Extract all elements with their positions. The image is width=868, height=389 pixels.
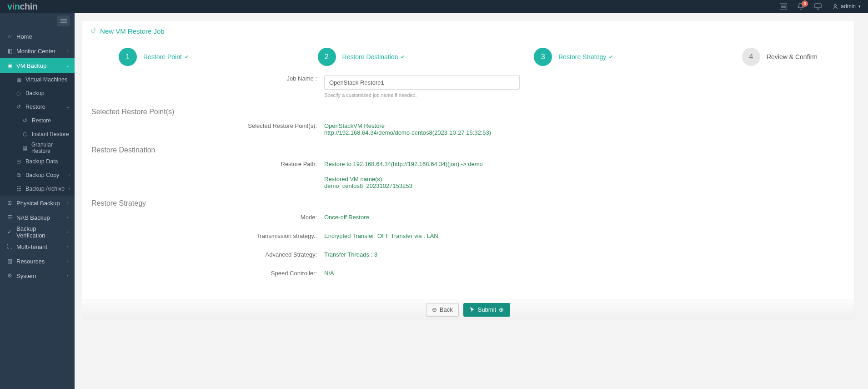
submit-button[interactable]: Submit ⊕ xyxy=(463,303,510,317)
step-number: 2 xyxy=(318,48,336,66)
step-label: Restore Destination xyxy=(342,53,398,61)
mode-row: Mode: Once-off Restore xyxy=(88,210,848,224)
backup-copy-icon: ⧉ xyxy=(15,172,22,178)
sidebar-sub-backup-data[interactable]: ⊟ Backup Data xyxy=(0,155,75,168)
sidebar-item-vm-backup[interactable]: ▣ VM Backup ⌄ xyxy=(0,58,75,73)
step-restore-destination[interactable]: 2 Restore Destination ✔ xyxy=(318,48,405,66)
list-icon[interactable] xyxy=(777,0,790,13)
step-review-confirm[interactable]: 4 Review & Confirm xyxy=(742,48,818,66)
speed-label: Speed Controller: xyxy=(88,270,324,277)
sidebar-sub-instant-restore[interactable]: ⬡ Instant Restore xyxy=(0,127,75,141)
sidebar-item-physical-backup[interactable]: ⊞ Physical Backup ‹ xyxy=(0,196,75,210)
sidebar-item-label: Restore xyxy=(32,117,51,124)
step-restore-strategy[interactable]: 3 Restore Strategy ✔ xyxy=(534,48,613,66)
step-restore-point[interactable]: 1 Restore Point ✔ xyxy=(119,48,189,66)
step-label: Restore Strategy xyxy=(558,53,606,61)
svg-rect-4 xyxy=(815,4,821,8)
sidebar-item-nas-backup[interactable]: ☰ NAS Backup ‹ xyxy=(0,210,75,225)
notification-badge: 9 xyxy=(802,0,808,7)
sidebar-item-home[interactable]: ⌂ Home xyxy=(0,29,75,44)
user-menu[interactable]: admin ▾ xyxy=(833,3,861,10)
sidebar-item-monitor-center[interactable]: ◧ Monitor Center ‹ xyxy=(0,44,75,58)
backup-verification-icon: ✓ xyxy=(6,229,13,235)
restore-path-row: Restore Path: Restore to 192.168.64.34(h… xyxy=(88,157,848,171)
mode-label: Mode: xyxy=(88,214,324,221)
physical-backup-icon: ⊞ xyxy=(6,200,13,206)
chevron-left-icon: ‹ xyxy=(65,215,70,220)
speed-row: Speed Controller: N/A xyxy=(88,262,848,280)
section-title-restore-strategy: Restore Strategy xyxy=(88,193,848,210)
sidebar-item-label: Instant Restore xyxy=(32,131,69,137)
sidebar-item-system[interactable]: ⚙ System ‹ xyxy=(0,268,75,283)
sidebar-sub-backup-copy[interactable]: ⧉ Backup Copy ‹ xyxy=(0,168,75,182)
job-name-input[interactable] xyxy=(324,75,520,90)
chevron-left-icon: ‹ xyxy=(69,187,70,191)
sidebar-item-label: Restore xyxy=(25,104,45,110)
sidebar-item-label: System xyxy=(16,273,62,279)
sidebar-sub-backup[interactable]: ◌ Backup xyxy=(0,86,75,100)
restore-icon: ↺ xyxy=(90,27,96,35)
submit-button-label: Submit xyxy=(478,306,496,313)
step-label: Restore Point xyxy=(143,53,182,61)
nas-backup-icon: ☰ xyxy=(6,214,13,221)
sidebar-item-label: Monitor Center xyxy=(16,48,62,55)
sidebar-sub-virtual-machines[interactable]: ▦ Virtual Machines xyxy=(0,73,75,86)
restore-point-value-line2: http://192.168.64.34/demo/demo-centos8(2… xyxy=(324,129,491,136)
restore-path-label: Restore Path: xyxy=(88,161,324,167)
hamburger-icon xyxy=(60,19,67,23)
advanced-value: Transfer Threads : 3 xyxy=(324,251,377,258)
step-number: 4 xyxy=(742,48,760,66)
sidebar-item-label: Physical Backup xyxy=(16,200,62,207)
sidebar-collapse-button[interactable] xyxy=(57,15,70,26)
sidebar-sub-granular-restore[interactable]: ▤ Granular Restore xyxy=(0,141,75,155)
sidebar-item-multi-tenant[interactable]: ⛶ Multi-tenant ‹ xyxy=(0,239,75,254)
transmission-value: Encrypted Transfer: OFF Transfer via : L… xyxy=(324,232,438,239)
instant-restore-icon: ⬡ xyxy=(22,131,28,137)
sidebar-item-label: NAS Backup xyxy=(16,214,62,221)
sidebar-item-label: Backup Archive xyxy=(25,186,65,192)
back-button[interactable]: ⊖ Back xyxy=(426,303,459,317)
restored-names-spacer xyxy=(88,176,324,189)
resources-icon: ▧ xyxy=(6,258,13,264)
topbar: vinchin 9 admin ▾ xyxy=(0,0,868,13)
sidebar-item-label: Home xyxy=(16,33,70,40)
brand-part: n xyxy=(15,1,20,11)
sidebar-sub-backup-archive[interactable]: ☷ Backup Archive ‹ xyxy=(0,182,75,196)
chevron-left-icon: ‹ xyxy=(65,49,70,53)
chevron-left-icon: ‹ xyxy=(65,273,70,278)
panel: ↺ New VM Restore Job 1 Restore Point ✔ 2… xyxy=(82,20,854,320)
notification-icon[interactable]: 9 xyxy=(794,0,807,13)
job-name-hint: Specify a customized job name if needed. xyxy=(324,92,520,98)
restored-names-value: Restored VM name(s): demo_centos8_202310… xyxy=(324,176,412,189)
restore-icon: ↺ xyxy=(22,117,28,124)
sidebar-item-label: Granular Restore xyxy=(31,141,70,154)
backup-icon: ◌ xyxy=(15,90,22,96)
section-title-restore-point: Selected Restore Point(s) xyxy=(88,101,848,119)
granular-restore-icon: ▤ xyxy=(22,145,28,151)
vms-icon: ▦ xyxy=(15,76,22,83)
sidebar-sub-restore-restore[interactable]: ↺ Restore xyxy=(0,114,75,127)
check-icon: ✔ xyxy=(609,54,613,60)
restore-point-row: Selected Restore Point(s): OpenStackVM R… xyxy=(88,119,848,140)
mode-value: Once-off Restore xyxy=(324,214,369,221)
sidebar-item-label: VM Backup xyxy=(16,62,62,69)
chevron-down-icon: ▾ xyxy=(858,4,861,9)
chevron-left-icon: ‹ xyxy=(69,173,70,177)
restore-point-label: Selected Restore Point(s): xyxy=(88,122,324,136)
back-button-label: Back xyxy=(440,306,453,313)
backup-archive-icon: ☷ xyxy=(15,186,22,192)
chevron-left-icon: ‹ xyxy=(65,230,70,234)
speed-value: N/A xyxy=(324,270,334,277)
svg-point-7 xyxy=(834,5,837,7)
monitor-icon[interactable] xyxy=(812,0,824,13)
sidebar-toggle-row xyxy=(0,13,75,29)
sidebar-sub-restore[interactable]: ↺ Restore ⌄ xyxy=(0,100,75,114)
panel-footer: ⊖ Back Submit ⊕ xyxy=(82,299,854,320)
sidebar-item-resources[interactable]: ▧ Resources ‹ xyxy=(0,254,75,268)
page-title: New VM Restore Job xyxy=(100,27,165,35)
cursor-icon xyxy=(470,307,475,313)
restored-names-label: Restored VM name(s): xyxy=(324,176,412,182)
sidebar-item-backup-verification[interactable]: ✓ Backup Verification ‹ xyxy=(0,225,75,239)
wizard-steps: 1 Restore Point ✔ 2 Restore Destination … xyxy=(82,40,854,71)
sidebar-item-label: Backup Copy xyxy=(25,172,59,178)
